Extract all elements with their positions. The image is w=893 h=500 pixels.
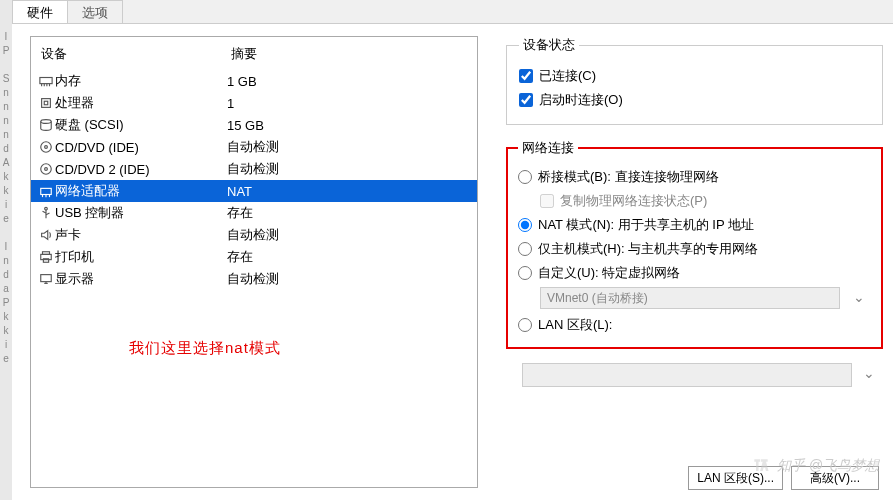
svg-rect-5	[42, 99, 51, 108]
device-row[interactable]: 声卡自动检测	[31, 224, 477, 246]
replicate-label: 复制物理网络连接状态(P)	[560, 191, 707, 211]
device-name: 声卡	[55, 226, 227, 244]
radio-lanseg-row[interactable]: LAN 区段(L):	[518, 315, 873, 335]
svg-point-9	[45, 146, 48, 149]
device-row[interactable]: CD/DVD 2 (IDE)自动检测	[31, 158, 477, 180]
svg-point-7	[41, 120, 52, 124]
device-summary: 自动检测	[227, 138, 477, 156]
device-detail-panel: 设备状态 已连接(C) 启动时连接(O) 网络连接 桥接模式(B): 直接连接物…	[478, 36, 883, 488]
radio-custom-row[interactable]: 自定义(U): 特定虚拟网络	[518, 263, 873, 283]
sound-icon	[37, 228, 55, 242]
tab-hardware[interactable]: 硬件	[12, 0, 68, 23]
tab-options[interactable]: 选项	[67, 0, 123, 23]
cd-icon	[37, 140, 55, 154]
network-connection-group: 网络连接 桥接模式(B): 直接连接物理网络 复制物理网络连接状态(P) NAT…	[506, 139, 883, 349]
svg-rect-23	[41, 275, 52, 282]
printer-icon	[37, 250, 55, 264]
replicate-checkbox	[540, 194, 554, 208]
svg-point-8	[41, 142, 52, 153]
radio-hostonly-row[interactable]: 仅主机模式(H): 与主机共享的专用网络	[518, 239, 873, 259]
custom-vmnet-select: VMnet0 (自动桥接)	[540, 287, 840, 309]
poweron-label: 启动时连接(O)	[539, 90, 623, 110]
device-row[interactable]: 处理器1	[31, 92, 477, 114]
device-row[interactable]: 打印机存在	[31, 246, 477, 268]
zhihu-icon	[751, 456, 771, 476]
tab-strip: 硬件 选项	[12, 0, 893, 24]
radio-nat-label: NAT 模式(N): 用于共享主机的 IP 地址	[538, 215, 754, 235]
radio-nat[interactable]	[518, 218, 532, 232]
device-row[interactable]: 网络适配器NAT	[31, 180, 477, 202]
editor-gutter: IP SnnnndAkkie IndaPkkie	[0, 0, 12, 500]
radio-bridged-label: 桥接模式(B): 直接连接物理网络	[538, 167, 719, 187]
connected-label: 已连接(C)	[539, 66, 596, 86]
radio-lanseg[interactable]	[518, 318, 532, 332]
device-name: CD/DVD (IDE)	[55, 140, 227, 155]
device-summary: 自动检测	[227, 270, 477, 288]
device-summary: 1	[227, 96, 477, 111]
device-name: 硬盘 (SCSI)	[55, 116, 227, 134]
radio-bridged-row[interactable]: 桥接模式(B): 直接连接物理网络	[518, 167, 873, 187]
poweron-checkbox-row[interactable]: 启动时连接(O)	[519, 90, 872, 110]
device-status-group: 设备状态 已连接(C) 启动时连接(O)	[506, 36, 883, 125]
device-list[interactable]: 内存1 GB处理器1硬盘 (SCSI)15 GBCD/DVD (IDE)自动检测…	[31, 70, 477, 290]
watermark: 知乎 @飞鸟梦想	[751, 456, 879, 476]
svg-rect-12	[41, 188, 52, 194]
header-summary: 摘要	[231, 45, 257, 63]
device-summary: 存在	[227, 248, 477, 266]
device-status-legend: 设备状态	[519, 36, 579, 54]
display-icon	[37, 272, 55, 286]
disk-icon	[37, 118, 55, 132]
cpu-icon	[37, 96, 55, 110]
radio-custom-label: 自定义(U): 特定虚拟网络	[538, 263, 680, 283]
vm-settings-dialog: 硬件 选项 设备 摘要 内存1 GB处理器1硬盘 (SCSI)15 GBCD/D…	[12, 0, 893, 500]
memory-icon	[37, 74, 55, 88]
radio-custom[interactable]	[518, 266, 532, 280]
network-connection-legend: 网络连接	[518, 139, 578, 157]
device-summary: NAT	[227, 184, 477, 199]
device-row[interactable]: 显示器自动检测	[31, 268, 477, 290]
device-name: 打印机	[55, 248, 227, 266]
device-row[interactable]: CD/DVD (IDE)自动检测	[31, 136, 477, 158]
device-name: 网络适配器	[55, 182, 227, 200]
cd-icon	[37, 162, 55, 176]
device-row[interactable]: USB 控制器存在	[31, 202, 477, 224]
radio-hostonly-label: 仅主机模式(H): 与主机共享的专用网络	[538, 239, 758, 259]
device-list-header: 设备 摘要	[31, 41, 477, 70]
lan-segment-select	[522, 363, 852, 387]
device-summary: 1 GB	[227, 74, 477, 89]
poweron-checkbox[interactable]	[519, 93, 533, 107]
svg-point-16	[45, 207, 48, 210]
device-list-panel: 设备 摘要 内存1 GB处理器1硬盘 (SCSI)15 GBCD/DVD (ID…	[30, 36, 478, 488]
device-name: USB 控制器	[55, 204, 227, 222]
svg-point-11	[45, 168, 48, 171]
svg-point-10	[41, 164, 52, 175]
usb-icon	[37, 206, 55, 220]
device-name: 内存	[55, 72, 227, 90]
annotation-text: 我们这里选择nat模式	[129, 339, 281, 358]
svg-rect-0	[40, 78, 52, 84]
device-summary: 存在	[227, 204, 477, 222]
connected-checkbox[interactable]	[519, 69, 533, 83]
radio-lanseg-label: LAN 区段(L):	[538, 315, 612, 335]
replicate-checkbox-row: 复制物理网络连接状态(P)	[540, 191, 873, 211]
device-summary: 自动检测	[227, 226, 477, 244]
device-name: 显示器	[55, 270, 227, 288]
device-summary: 15 GB	[227, 118, 477, 133]
header-device: 设备	[41, 45, 231, 63]
device-name: CD/DVD 2 (IDE)	[55, 162, 227, 177]
svg-rect-6	[44, 101, 48, 105]
radio-hostonly[interactable]	[518, 242, 532, 256]
radio-bridged[interactable]	[518, 170, 532, 184]
radio-nat-row[interactable]: NAT 模式(N): 用于共享主机的 IP 地址	[518, 215, 873, 235]
device-summary: 自动检测	[227, 160, 477, 178]
net-icon	[37, 184, 55, 198]
device-row[interactable]: 硬盘 (SCSI)15 GB	[31, 114, 477, 136]
svg-rect-22	[43, 259, 48, 263]
device-row[interactable]: 内存1 GB	[31, 70, 477, 92]
device-name: 处理器	[55, 94, 227, 112]
connected-checkbox-row[interactable]: 已连接(C)	[519, 66, 872, 86]
